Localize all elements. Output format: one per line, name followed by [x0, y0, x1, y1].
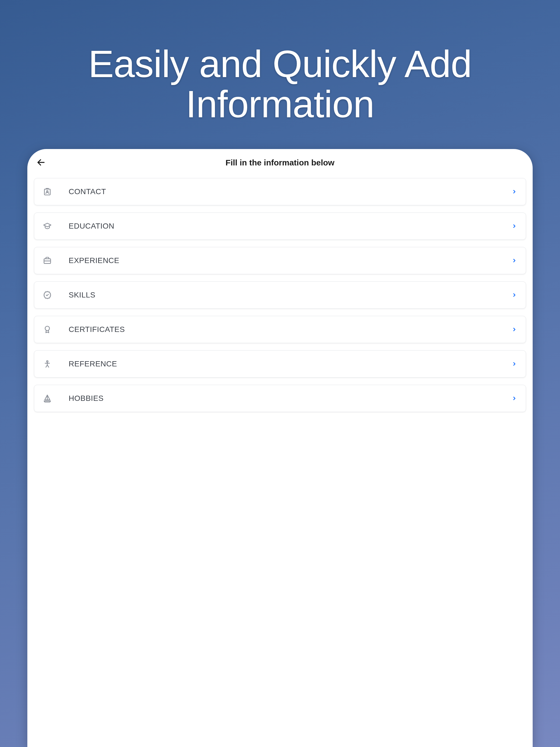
graduation-cap-icon: [42, 221, 52, 231]
arrow-left-icon: [36, 158, 46, 168]
svg-point-5: [45, 326, 50, 331]
chevron-right-icon: [511, 223, 518, 229]
chevron-right-icon: [511, 326, 518, 333]
chevron-right-icon: [511, 395, 518, 402]
section-row-contact[interactable]: CONTACT: [34, 178, 526, 205]
svg-line-10: [47, 365, 49, 367]
page-title: Fill in the information below: [226, 158, 334, 168]
briefcase-icon: [42, 256, 52, 265]
section-row-experience[interactable]: EXPERIENCE: [34, 247, 526, 274]
svg-point-2: [47, 190, 48, 192]
chevron-right-icon: [511, 361, 518, 367]
section-label: CERTIFICATES: [69, 325, 511, 334]
badge-check-icon: [42, 290, 52, 300]
section-label: SKILLS: [69, 291, 511, 300]
section-label: EDUCATION: [69, 222, 511, 231]
marketing-page: Easily and Quickly Add Information Fill …: [0, 0, 560, 747]
chevron-right-icon: [511, 188, 518, 195]
sailboat-icon: [42, 393, 52, 403]
section-row-education[interactable]: EDUCATION: [34, 212, 526, 240]
section-row-reference[interactable]: REFERENCE: [34, 350, 526, 378]
hero-title: Easily and Quickly Add Information: [0, 44, 560, 124]
section-label: CONTACT: [69, 187, 511, 196]
section-row-hobbies[interactable]: HOBBIES: [34, 385, 526, 412]
section-list: CONTACT EDUCATION: [27, 178, 533, 412]
chevron-right-icon: [511, 292, 518, 298]
back-button[interactable]: [34, 156, 48, 169]
section-label: REFERENCE: [69, 360, 511, 368]
chevron-right-icon: [511, 257, 518, 264]
app-frame: Fill in the information below CONTACT: [27, 149, 533, 747]
section-label: HOBBIES: [69, 394, 511, 403]
app-header: Fill in the information below: [27, 149, 533, 176]
section-label: EXPERIENCE: [69, 256, 511, 265]
section-row-certificates[interactable]: CERTIFICATES: [34, 316, 526, 343]
section-row-skills[interactable]: SKILLS: [34, 281, 526, 309]
person-icon: [42, 359, 52, 369]
contact-card-icon: [42, 187, 52, 197]
award-icon: [42, 325, 52, 334]
